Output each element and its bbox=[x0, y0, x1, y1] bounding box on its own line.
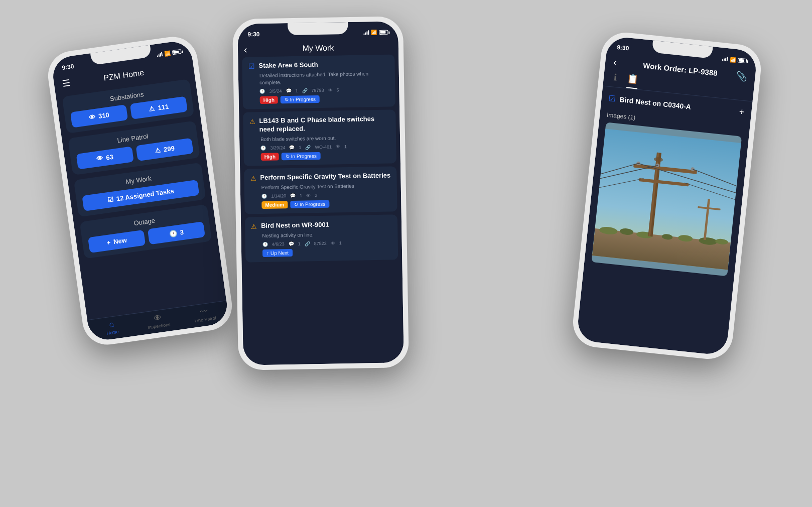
nav-inspections[interactable]: 👁 Inspections bbox=[134, 310, 183, 332]
linepatrol-warn-count: 299 bbox=[163, 145, 175, 154]
status-tag-2: ↻ In Progress bbox=[282, 152, 321, 160]
battery-icon-3 bbox=[738, 58, 747, 63]
linepatrol-view-btn[interactable]: 👁 63 bbox=[76, 146, 134, 169]
outage-new-btn[interactable]: + New bbox=[88, 230, 146, 253]
mywork-screen-title: My Work bbox=[302, 43, 334, 53]
time-3: 9:30 bbox=[617, 44, 629, 52]
comment-icon-2: 💬 bbox=[289, 145, 295, 150]
work-item-3-tags: Medium ↻ In Progress bbox=[250, 199, 391, 209]
wo-add-icon[interactable]: + bbox=[739, 106, 745, 117]
comment-icon-4: 💬 bbox=[289, 241, 294, 246]
wifi-icon-2: 📶 bbox=[371, 29, 377, 35]
inspections-nav-icon: 👁 bbox=[153, 313, 162, 323]
work-item-1-header: ☑ Stake Area 6 South bbox=[248, 60, 388, 71]
home-screen: 9:30 📶 ☰ PZM Home bbox=[51, 39, 230, 342]
outage-count: 3 bbox=[180, 228, 184, 236]
wo-tab-tasks[interactable]: 📋 bbox=[626, 70, 639, 89]
check-icon-home: ☑ bbox=[107, 196, 114, 204]
status-tag-1: ↻ In Progress bbox=[281, 95, 320, 103]
clock-icon: 🕐 bbox=[169, 229, 178, 238]
priority-tag-1: High bbox=[260, 96, 278, 104]
warn-icon-1: ⚠ bbox=[149, 104, 156, 113]
mywork-screen: 9:30 📶 ‹ My Work bbox=[237, 21, 404, 365]
work-item-3-desc: Perform Specific Gravity Test on Batteri… bbox=[250, 182, 391, 191]
work-item-4-wo: 87822 bbox=[314, 241, 327, 246]
comment-icon-1: 💬 bbox=[286, 88, 291, 93]
clock-icon-3: 🕐 bbox=[261, 194, 267, 199]
workorder-screen: 9:30 📶 ‹ 📎 bbox=[576, 36, 758, 356]
check-icon-1: ☑ bbox=[248, 62, 254, 70]
work-item-2-wo: WO-461 bbox=[315, 144, 332, 150]
wo-content: ☑ Bird Nest on C0340-A + Images (1) bbox=[576, 86, 753, 356]
work-item-3-title: Perform Specific Gravity Test on Batteri… bbox=[260, 171, 390, 182]
plus-icon: + bbox=[106, 238, 111, 246]
wo-tab-info[interactable]: ℹ bbox=[613, 69, 618, 87]
phone-workorder: 9:30 📶 ‹ 📎 bbox=[571, 30, 763, 361]
wo-icon-1: 🔗 bbox=[302, 88, 307, 93]
mywork-header: ‹ My Work bbox=[238, 39, 398, 57]
work-item-1-title: Stake Area 6 South bbox=[258, 61, 318, 70]
eye-icon-meta-4: 👁 bbox=[331, 240, 335, 245]
warn-icon-item-2: ⚠ bbox=[249, 118, 255, 125]
eye-icon-2: 👁 bbox=[96, 155, 104, 163]
nav-home[interactable]: ⌂ Home bbox=[88, 317, 137, 338]
notch-2 bbox=[288, 22, 348, 35]
work-item-1-wo: 79798 bbox=[311, 88, 324, 93]
status-icons-3: 📶 bbox=[722, 56, 747, 64]
work-item-4[interactable]: ⚠ Bird Nest on WR-9001 Nesting activity … bbox=[245, 214, 398, 262]
wo-icon-2: 🔗 bbox=[305, 145, 311, 150]
attach-icon[interactable]: 📎 bbox=[736, 70, 748, 82]
battery-icon-2 bbox=[379, 30, 388, 34]
work-item-1[interactable]: ☑ Stake Area 6 South Detailed instructio… bbox=[242, 54, 395, 109]
back-button-2[interactable]: ‹ bbox=[244, 44, 247, 55]
substations-view-count: 310 bbox=[98, 111, 110, 120]
warn-icon-item-4: ⚠ bbox=[251, 223, 257, 230]
work-item-3[interactable]: ⚠ Perform Specific Gravity Test on Batte… bbox=[244, 166, 397, 214]
time-2: 9:30 bbox=[247, 31, 259, 38]
clock-icon-2: 🕐 bbox=[260, 146, 266, 151]
status-icons-2: 📶 bbox=[363, 29, 388, 35]
wifi-icon: 📶 bbox=[164, 50, 171, 56]
phone-home: 9:30 📶 ☰ PZM Home bbox=[45, 34, 235, 348]
work-item-3-views: 2 bbox=[315, 193, 317, 198]
eye-icon-1: 👁 bbox=[88, 113, 96, 121]
status-icons-1: 📶 bbox=[157, 48, 182, 57]
eye-icon-meta-1: 👁 bbox=[328, 88, 332, 93]
home-nav-icon: ⌂ bbox=[108, 320, 114, 329]
wo-icon-4: 🔗 bbox=[305, 241, 310, 246]
work-item-4-comments: 1 bbox=[298, 241, 301, 246]
wo-task-title: Bird Nest on C0340-A bbox=[619, 95, 692, 111]
nav-linepatrol[interactable]: 〰 Line Patrol bbox=[181, 304, 229, 325]
clock-icon-1: 🕐 bbox=[259, 89, 265, 94]
linepatrol-warn-btn[interactable]: ⚠ 299 bbox=[136, 138, 193, 161]
work-item-4-views: 1 bbox=[339, 240, 342, 245]
work-item-4-desc: Nesting activity on line. bbox=[251, 230, 391, 239]
work-item-4-meta: 🕐4/6/23 💬1 🔗87822 👁1 bbox=[251, 239, 392, 247]
substations-view-btn[interactable]: 👁 310 bbox=[70, 104, 128, 128]
warn-icon-item-3: ⚠ bbox=[250, 175, 256, 182]
work-item-2-desc: Both blade switches are worn out. bbox=[249, 134, 390, 143]
priority-tag-2: High bbox=[261, 153, 279, 161]
status-tag-3: ↻ In Progress bbox=[290, 200, 329, 208]
substations-warn-btn[interactable]: ⚠ 111 bbox=[130, 96, 188, 119]
work-item-2-title: LB143 B and C Phase blade switches need … bbox=[259, 115, 390, 134]
work-item-4-date: 4/6/23 bbox=[272, 241, 285, 246]
work-item-1-tags: High ↻ In Progress bbox=[249, 94, 389, 104]
menu-icon[interactable]: ☰ bbox=[61, 77, 71, 89]
work-item-1-date: 3/5/24 bbox=[269, 88, 282, 93]
status-tag-4: ↑ Up Next bbox=[262, 249, 293, 257]
nav-home-label: Home bbox=[106, 329, 119, 336]
eye-icon-meta-2: 👁 bbox=[336, 144, 340, 149]
work-item-1-meta: 🕐3/5/24 💬1 🔗79798 👁5 bbox=[248, 87, 389, 94]
work-item-2[interactable]: ⚠ LB143 B and C Phase blade switches nee… bbox=[243, 109, 396, 166]
signal-icon-2 bbox=[363, 30, 369, 35]
work-list: ☑ Stake Area 6 South Detailed instructio… bbox=[238, 54, 404, 365]
work-item-3-meta: 🕐1/14/20 💬1 👁2 bbox=[250, 191, 391, 199]
linepatrol-view-count: 63 bbox=[105, 153, 113, 162]
work-item-4-tags: ↑ Up Next bbox=[251, 247, 392, 257]
wo-image bbox=[591, 122, 742, 277]
warn-icon-2: ⚠ bbox=[154, 147, 161, 155]
work-item-2-comments: 1 bbox=[299, 145, 301, 150]
outage-count-btn[interactable]: 🕐 3 bbox=[148, 221, 205, 244]
work-item-3-comments: 1 bbox=[300, 193, 302, 198]
